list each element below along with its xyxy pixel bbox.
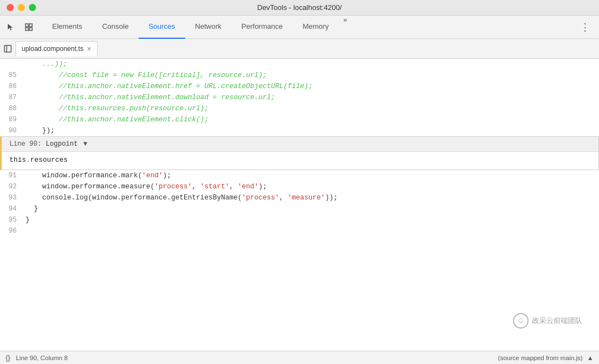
code-editor: ...)); 85 //const file = new File([criti… (0, 59, 599, 351)
tab-elements[interactable]: Elements (42, 16, 92, 39)
more-options-button[interactable]: ⋮ (576, 21, 595, 33)
title-bar: DevTools - localhost:4200/ (0, 0, 599, 16)
maximize-button[interactable] (29, 4, 36, 11)
devtools-toolbar: Elements Console Sources Network Perform… (0, 16, 599, 39)
code-line-88: 88 //this.resources.push(resource.url); (0, 103, 599, 114)
inspect-icon[interactable] (22, 20, 35, 34)
more-tabs-button[interactable]: » (339, 16, 352, 39)
file-nav (2, 41, 13, 57)
window-title: DevTools - localhost:4200/ (257, 3, 342, 12)
close-button[interactable] (7, 4, 14, 11)
code-lines-before: ...)); 85 //const file = new File([criti… (0, 59, 599, 136)
status-bar: {} Line 90, Column 8 (source mapped from… (0, 351, 599, 364)
code-line-90: 90 }); (0, 125, 599, 136)
tab-performance[interactable]: Performance (231, 16, 292, 39)
logpoint-type: Logpoint (46, 140, 78, 148)
minimize-button[interactable] (18, 4, 25, 11)
code-line-96: 96 (0, 225, 599, 237)
cursor-icon[interactable] (4, 20, 18, 34)
toolbar-icons (4, 20, 35, 34)
svg-rect-2 (26, 28, 28, 30)
svg-rect-3 (29, 28, 32, 30)
toolbar-end: ⋮ (576, 21, 595, 33)
file-tab-close-icon[interactable]: × (87, 45, 91, 53)
file-tabbar: upload.component.ts × (0, 39, 599, 59)
code-scroll: ...)); 85 //const file = new File([criti… (0, 59, 599, 351)
svg-rect-4 (4, 45, 11, 52)
code-line-89: 89 //this.anchor.nativeElement.click(); (0, 114, 599, 125)
status-right: (source mapped from main.js) ▲ (498, 355, 593, 361)
logpoint-dropdown-icon[interactable]: ▼ (83, 140, 87, 148)
code-line-ellipsis: ...)); (0, 59, 599, 70)
status-left: {} Line 90, Column 8 (6, 353, 68, 362)
tab-network[interactable]: Network (185, 16, 232, 39)
logpoint-header: Line 90: Logpoint ▼ (2, 137, 598, 152)
code-line-95: 95 } (0, 214, 599, 225)
tab-sources[interactable]: Sources (139, 16, 185, 39)
svg-rect-1 (29, 24, 32, 27)
logpoint-input-area: this.resources (2, 152, 598, 170)
code-line-87: 87 //this.anchor.nativeElement.download … (0, 92, 599, 103)
file-tab-name: upload.component.ts (22, 45, 83, 53)
code-line-93: 93 console.log(window.performance.getEnt… (0, 192, 599, 203)
status-position: Line 90, Column 8 (16, 355, 68, 361)
status-brackets-icon: {} (6, 353, 11, 362)
status-source-mapped: (source mapped from main.js) (498, 355, 583, 361)
scroll-to-top-icon[interactable]: ▲ (587, 355, 593, 361)
tab-console[interactable]: Console (92, 16, 139, 39)
logpoint-line-label: Line 90: (9, 140, 42, 148)
logpoint-expression[interactable]: this.resources (9, 156, 68, 164)
code-line-92: 92 window.performance.measure('process',… (0, 181, 599, 192)
code-lines-after: 91 window.performance.mark('end'); 92 wi… (0, 170, 599, 237)
panel-toggle-icon[interactable] (2, 41, 13, 57)
code-line-94: 94 } (0, 203, 599, 214)
svg-rect-0 (26, 24, 28, 27)
tab-memory[interactable]: Memory (293, 16, 339, 39)
devtools-tabs: Elements Console Sources Network Perform… (42, 16, 352, 39)
logpoint-popup: Line 90: Logpoint ▼ this.resources (0, 136, 599, 170)
code-line-91: 91 window.performance.mark('end'); (0, 170, 599, 181)
window-controls (7, 4, 36, 11)
file-tab-upload-component[interactable]: upload.component.ts × (16, 41, 98, 57)
code-line-85: 85 //const file = new File([critical], r… (0, 70, 599, 81)
code-line-86: 86 //this.anchor.nativeElement.href = UR… (0, 81, 599, 92)
